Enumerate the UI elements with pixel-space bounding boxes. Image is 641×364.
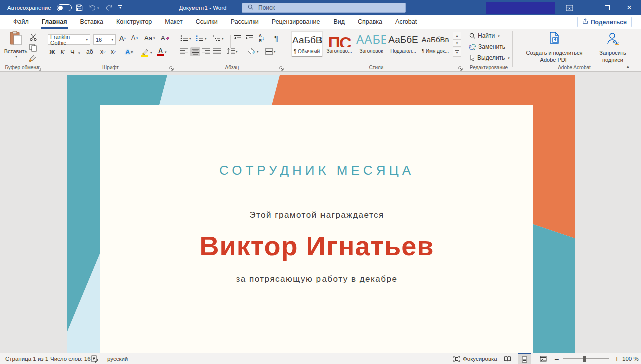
tab-file[interactable]: Файл <box>7 15 35 29</box>
svg-text:c: c <box>473 47 475 50</box>
zoom-level[interactable]: 100 % <box>622 353 639 364</box>
page-indicator[interactable]: Страница 1 из 1 <box>5 353 48 364</box>
clear-formatting-button[interactable]: А <box>161 34 170 42</box>
styles-scroll-down[interactable]: ▾ <box>453 39 461 47</box>
styles-dialog-launcher[interactable] <box>458 64 464 70</box>
justify-button[interactable] <box>213 48 221 54</box>
style-title[interactable]: ААБЕ Заголовок <box>356 32 386 57</box>
styles-scroll-up[interactable]: ▴ <box>453 32 461 39</box>
tab-layout[interactable]: Макет <box>158 15 189 29</box>
copy-icon[interactable] <box>29 44 37 52</box>
tab-mailings[interactable]: Рассылки <box>224 15 265 29</box>
change-case-button[interactable]: Аа▾ <box>144 34 155 42</box>
collapse-ribbon-button[interactable]: ▴ <box>627 64 629 69</box>
document-canvas[interactable]: СОТРУДНИК МЕСЯЦА Этой грамотой награждае… <box>0 72 641 353</box>
chevron-down-icon[interactable]: ▾ <box>78 51 80 55</box>
numbered-list-button[interactable]: ▾ <box>196 35 207 42</box>
grow-font-button[interactable]: А^ <box>119 34 126 42</box>
shrink-font-button[interactable]: А▾ <box>131 34 138 41</box>
web-layout-button[interactable] <box>537 353 550 364</box>
zoom-in-button[interactable]: + <box>615 353 619 364</box>
create-pdf-button[interactable]: Создать и поделиться Adobe PDF <box>517 32 592 64</box>
tab-design[interactable]: Конструктор <box>110 15 158 29</box>
italic-button[interactable]: К <box>60 48 65 56</box>
tab-help[interactable]: Справка <box>351 15 389 29</box>
certificate-title[interactable]: СОТРУДНИК МЕСЯЦА <box>100 163 533 178</box>
format-painter-icon[interactable] <box>29 54 37 62</box>
customize-qat-icon[interactable]: ▾ <box>118 5 122 9</box>
style-docname[interactable]: АаБбВв ¶ Имя док... <box>420 32 450 57</box>
read-mode-button[interactable] <box>501 353 514 364</box>
search-input[interactable]: Поиск <box>242 3 406 13</box>
tab-view[interactable]: Вид <box>327 15 351 29</box>
zoom-slider-thumb[interactable] <box>583 356 586 362</box>
line-spacing-button[interactable]: ▾ <box>227 48 238 55</box>
tab-acrobat[interactable]: Acrobat <box>389 15 423 29</box>
highlight-color-button[interactable]: ▾ <box>141 48 152 57</box>
strikethrough-button[interactable]: аб <box>86 48 93 55</box>
font-group-label: Шрифт <box>44 65 177 70</box>
tab-review[interactable]: Рецензирование <box>265 15 327 29</box>
save-icon[interactable] <box>76 4 83 11</box>
account-area[interactable] <box>486 2 555 14</box>
subscript-button[interactable]: x2 <box>100 48 105 55</box>
style-heading1[interactable]: ПС Заголово... <box>324 32 354 57</box>
print-layout-button[interactable] <box>518 353 531 364</box>
increase-indent-button[interactable] <box>245 35 254 42</box>
close-button[interactable]: × <box>621 0 638 15</box>
font-family-select[interactable]: Franklin Gothic ▾ <box>48 34 90 45</box>
find-button[interactable]: Найти ▾ <box>469 32 500 39</box>
tab-insert[interactable]: Вставка <box>74 15 110 29</box>
align-right-button[interactable] <box>202 48 210 54</box>
minimize-button[interactable] <box>581 0 598 15</box>
language-indicator[interactable]: русский <box>107 353 128 364</box>
align-center-button[interactable] <box>190 47 200 56</box>
tab-home[interactable]: Главная <box>35 15 74 29</box>
font-size-select[interactable]: 16 ▾ <box>93 34 116 45</box>
decrease-indent-button[interactable] <box>233 35 242 42</box>
bold-button[interactable]: Ж <box>49 48 55 56</box>
ribbon-display-options-icon[interactable] <box>561 0 578 15</box>
focus-mode-button[interactable]: Фокусировка <box>453 353 497 364</box>
style-subtitle[interactable]: АаБбЕ Подзагол... <box>388 32 418 57</box>
multilevel-list-button[interactable]: ▾ <box>213 35 224 42</box>
tab-references[interactable]: Ссылки <box>189 15 224 29</box>
shading-button[interactable]: ▾ <box>247 48 259 55</box>
cut-icon[interactable] <box>29 33 37 41</box>
sort-button[interactable]: АЯ ↓ <box>259 33 265 43</box>
style-normal[interactable]: АаБбВ ¶ Обычный <box>292 32 322 57</box>
certificate-awarded-text[interactable]: Этой грамотой награждается <box>100 210 533 220</box>
focus-label: Фокусировка <box>463 356 497 362</box>
maximize-button[interactable] <box>599 0 616 15</box>
certificate-reason-text[interactable]: за потрясающую работу в декабре <box>100 274 533 284</box>
share-button[interactable]: Поделиться <box>577 17 632 27</box>
borders-button[interactable]: ▾ <box>265 48 276 55</box>
zoom-out-button[interactable]: – <box>555 353 559 364</box>
text-effects-button[interactable]: А▾ <box>125 48 133 56</box>
replace-button[interactable]: bc Заменить <box>469 43 505 50</box>
select-button[interactable]: Выделить ▾ <box>469 54 510 61</box>
font-color-button[interactable]: А ▾ <box>157 48 167 56</box>
font-dialog-launcher[interactable] <box>169 64 175 70</box>
underline-button[interactable]: Ч <box>70 48 75 56</box>
zoom-slider-track[interactable] <box>563 358 609 359</box>
chevron-down-icon: ▾ <box>274 50 276 53</box>
word-count[interactable]: Число слов: 16 <box>50 353 91 364</box>
superscript-button[interactable]: x2 <box>111 48 116 55</box>
proofing-status-icon[interactable] <box>91 353 98 364</box>
paragraph-dialog-launcher[interactable] <box>279 64 285 70</box>
show-marks-button[interactable]: ¶ <box>274 34 278 42</box>
styles-more-button[interactable]: ▾ <box>453 48 461 57</box>
chevron-down-icon: ▾ <box>97 6 99 10</box>
chevron-down-icon: ▾ <box>131 50 133 54</box>
undo-icon[interactable]: ▾ <box>89 4 99 11</box>
share-icon <box>582 18 588 26</box>
request-signatures-button[interactable]: x Запросить подписи <box>593 32 633 64</box>
autosave-toggle[interactable] <box>57 4 72 11</box>
clipboard-dialog-launcher[interactable] <box>37 64 42 70</box>
align-left-button[interactable] <box>180 48 188 54</box>
paste-button[interactable]: Вставить ▾ <box>4 31 27 58</box>
bullet-list-button[interactable]: ▾ <box>180 35 191 42</box>
redo-icon[interactable] <box>105 4 113 11</box>
certificate-name[interactable]: Виктор Игнатьев <box>100 230 533 261</box>
